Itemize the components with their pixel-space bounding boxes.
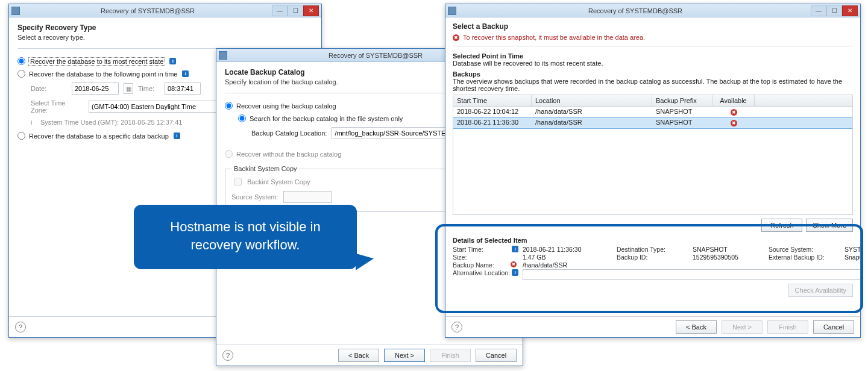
detail-backup-name-value: /hana/data/SSR	[523, 261, 613, 269]
window-title: Recovery of SYSTEMDB@SSR	[24, 7, 272, 14]
next-button: Next >	[722, 320, 763, 334]
detail-backup-id-label: Backup ID:	[617, 254, 689, 261]
detail-alt-location-label: Alternative Location:	[453, 269, 507, 280]
table-header: Start Time Location Backup Prefix Availa…	[453, 95, 852, 107]
source-system-input	[283, 191, 332, 203]
time-input[interactable]	[165, 83, 201, 95]
show-more-button[interactable]: Show More	[806, 219, 853, 232]
details-grid: Start Time: i 2018-06-21 11:36:30 Destin…	[453, 246, 853, 280]
titlebar[interactable]: Recovery of SYSTEMDB@SSR — ☐ ✕	[445, 4, 860, 17]
timezone-label: Select Time Zone:	[31, 99, 84, 114]
table-row[interactable]: 2018-06-22 10:04:12/hana/data/SSRSNAPSHO…	[453, 107, 852, 117]
titlebar[interactable]: Recovery of SYSTEMDB@SSR — ☐ ✕	[9, 4, 321, 17]
app-icon	[219, 51, 227, 60]
cell-available: ✖	[712, 117, 755, 128]
info-icon[interactable]: i	[512, 269, 518, 276]
cell-backup-prefix: SNAPSHOT	[652, 117, 712, 128]
cell-start-time: 2018-06-21 11:36:30	[453, 117, 532, 128]
finish-button: Finish	[767, 320, 808, 334]
backint-checkbox-input	[234, 178, 242, 186]
window-title: Recovery of SYSTEMDB@SSR	[460, 7, 811, 14]
date-input[interactable]	[72, 83, 119, 95]
info-icon[interactable]: i	[512, 246, 518, 252]
error-message: ✖ To recover this snapshot, it must be a…	[453, 34, 853, 41]
col-backup-prefix[interactable]: Backup Prefix	[652, 95, 712, 106]
error-icon: ✖	[453, 34, 459, 41]
info-icon: i	[31, 119, 37, 126]
page-heading: Specify Recovery Type	[17, 23, 313, 32]
page-heading: Select a Backup	[453, 22, 853, 31]
maximize-button[interactable]: ☐	[288, 5, 303, 16]
unavailable-icon: ✖	[731, 109, 737, 116]
cancel-button[interactable]: Cancel	[813, 320, 854, 334]
detail-start-time-value: 2018-06-21 11:36:30	[523, 246, 613, 253]
timezone-select[interactable]	[89, 101, 227, 113]
calendar-icon[interactable]: ▦	[124, 83, 133, 94]
source-system-label: Source System:	[231, 193, 278, 201]
close-button[interactable]: ✕	[303, 5, 319, 16]
help-icon[interactable]: ?	[222, 350, 233, 361]
cell-location: /hana/data/SSR	[532, 117, 652, 128]
backups-label: Backups	[453, 70, 853, 78]
minimize-button[interactable]: —	[272, 5, 288, 16]
maximize-button[interactable]: ☐	[826, 5, 842, 16]
help-icon[interactable]: ?	[451, 322, 462, 332]
detail-size-value: 1.47 GB	[523, 254, 613, 261]
time-label: Time:	[138, 85, 160, 92]
details-heading: Details of Selected Item	[453, 237, 853, 244]
check-availability-button: Check Availability	[788, 284, 853, 297]
recover-recent-note: Database will be recovered to its most r…	[453, 60, 853, 67]
radio-recover-most-recent-input[interactable]	[17, 57, 25, 65]
detail-ext-backup-id-value: SnapCenter_LocalSnap_06-21-2018_11.36.28…	[844, 254, 860, 261]
system-time-note: System Time Used (GMT): 2018-06-25 12:37…	[40, 119, 182, 126]
selected-point-label: Selected Point in Time	[453, 52, 853, 60]
radio-recover-without-catalog-input	[225, 150, 233, 158]
minimize-button[interactable]: —	[811, 5, 826, 16]
date-label: Date:	[31, 85, 67, 92]
error-icon: ✖	[511, 261, 517, 267]
backint-legend: Backint System Copy	[231, 165, 300, 172]
annotation-callout: Hostname is not visible in recovery work…	[134, 205, 357, 269]
backups-overview-text: The overview shows backups that were rec…	[453, 78, 853, 92]
app-icon	[448, 7, 456, 15]
radio-recover-using-catalog-input[interactable]	[225, 102, 233, 110]
radio-recover-specific-backup-input[interactable]	[17, 132, 25, 140]
cell-backup-prefix: SNAPSHOT	[652, 107, 712, 117]
col-start-time[interactable]: Start Time	[453, 95, 532, 106]
close-button[interactable]: ✕	[842, 5, 858, 16]
cancel-button[interactable]: Cancel	[476, 349, 517, 362]
info-icon[interactable]: i	[169, 58, 176, 64]
unavailable-icon: ✖	[731, 120, 737, 126]
radio-recover-point-in-time-input[interactable]	[17, 70, 25, 78]
info-icon[interactable]: i	[174, 132, 180, 139]
callout-pointer-icon	[356, 250, 374, 270]
back-button[interactable]: < Back	[338, 349, 379, 362]
cell-start-time: 2018-06-22 10:04:12	[453, 107, 532, 117]
catalog-location-label: Backup Catalog Location:	[251, 129, 327, 137]
detail-source-system-label: Source System:	[769, 246, 841, 253]
detail-size-label: Size:	[453, 254, 507, 261]
next-button[interactable]: Next >	[384, 349, 425, 362]
cell-available: ✖	[712, 107, 755, 117]
detail-dest-type-value: SNAPSHOT	[693, 246, 765, 253]
alt-location-input[interactable]	[523, 269, 860, 280]
back-button[interactable]: < Back	[676, 320, 717, 334]
app-icon	[11, 7, 20, 15]
detail-ext-backup-id-label: External Backup ID:	[769, 254, 841, 261]
backup-table[interactable]: Start Time Location Backup Prefix Availa…	[453, 95, 853, 215]
window-select-backup: Recovery of SYSTEMDB@SSR — ☐ ✕ Select a …	[445, 4, 861, 338]
finish-button: Finish	[430, 349, 471, 362]
detail-start-time-label: Start Time:	[453, 246, 507, 253]
page-subtext: Select a recovery type.	[17, 34, 313, 41]
cell-location: /hana/data/SSR	[532, 107, 652, 117]
refresh-button[interactable]: Refresh	[761, 219, 802, 232]
col-location[interactable]: Location	[532, 95, 652, 106]
radio-search-filesystem-input[interactable]	[238, 114, 246, 122]
detail-backup-id-value: 1529595390505	[693, 254, 765, 261]
table-row[interactable]: 2018-06-21 11:36:30/hana/data/SSRSNAPSHO…	[453, 117, 852, 128]
detail-backup-name-label: Backup Name:	[453, 261, 507, 269]
info-icon[interactable]: i	[182, 70, 189, 77]
detail-dest-type-label: Destination Type:	[617, 246, 689, 253]
col-available[interactable]: Available	[712, 95, 755, 106]
help-icon[interactable]: ?	[15, 322, 26, 332]
